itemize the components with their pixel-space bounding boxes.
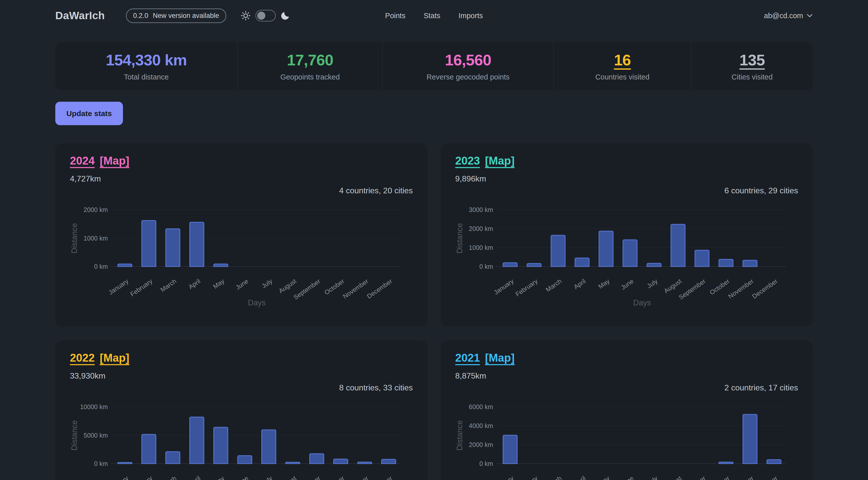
version-badge[interactable]: 0.2.0 New version available — [126, 8, 226, 23]
svg-text:Distance: Distance — [455, 420, 464, 451]
stat-countries-visited: 16 Countries visited — [553, 42, 691, 90]
svg-text:2000 km: 2000 km — [469, 225, 493, 232]
countries-visited-link[interactable]: 16 — [614, 51, 631, 69]
svg-text:January: January — [492, 277, 515, 296]
svg-text:November: November — [727, 475, 755, 480]
svg-text:3000 km: 3000 km — [469, 206, 493, 213]
svg-text:July: July — [646, 277, 659, 290]
map-link[interactable]: [Map] — [100, 352, 129, 364]
stat-label: Reverse geocoded points — [427, 73, 509, 81]
theme-toggle-group — [240, 10, 290, 22]
svg-text:1000 km: 1000 km — [469, 244, 493, 251]
year-countries-cities: 6 countries, 29 cities — [455, 186, 798, 195]
year-link[interactable]: 2022 — [70, 352, 95, 364]
card-head: 2022 [Map] — [70, 352, 413, 364]
stat-reverse-geocoded: 16,560 Reverse geocoded points — [382, 42, 553, 90]
map-link[interactable]: [Map] — [100, 155, 129, 167]
nav-item-points[interactable]: Points — [385, 11, 405, 20]
year-total-distance: 33,930km — [70, 371, 413, 381]
cities-visited-link[interactable]: 135 — [740, 51, 765, 69]
svg-text:April: April — [187, 277, 202, 290]
svg-text:February: February — [514, 277, 539, 298]
svg-text:December: December — [366, 277, 394, 300]
svg-text:2000 km: 2000 km — [84, 206, 108, 213]
svg-text:December: December — [751, 475, 779, 480]
stat-geopoints-tracked: 17,760 Geopoints tracked — [237, 42, 382, 90]
version-message: New version available — [153, 12, 219, 20]
year-total-distance: 8,875km — [455, 371, 798, 381]
stat-label: Total distance — [124, 73, 169, 81]
distance-bar-chart-2021: 0 km2000 km4000 km6000 kmJanuaryFebruary… — [455, 398, 787, 480]
svg-text:May: May — [597, 475, 611, 480]
year-total-distance: 9,896km — [455, 174, 798, 184]
svg-text:October: October — [323, 277, 345, 296]
nav-item-imports[interactable]: Imports — [459, 11, 483, 20]
svg-text:Days: Days — [633, 298, 651, 307]
svg-text:6000 km: 6000 km — [469, 403, 493, 410]
svg-text:July: July — [646, 475, 659, 480]
svg-text:Distance: Distance — [70, 223, 79, 254]
svg-text:Distance: Distance — [455, 223, 464, 254]
svg-text:September: September — [677, 277, 707, 301]
svg-text:July: July — [260, 475, 274, 480]
stat-value: 16,560 — [445, 51, 491, 69]
svg-text:Distance: Distance — [70, 420, 79, 451]
svg-text:February: February — [129, 277, 154, 298]
svg-text:March: March — [544, 475, 563, 480]
nav-item-stats[interactable]: Stats — [424, 11, 440, 20]
svg-text:January: January — [107, 475, 129, 480]
svg-text:April: April — [187, 475, 202, 480]
svg-text:December: December — [751, 277, 779, 300]
sun-icon — [240, 10, 251, 21]
svg-text:July: July — [260, 277, 274, 290]
theme-toggle-knob — [257, 11, 265, 20]
year-link[interactable]: 2021 — [455, 352, 480, 364]
card-head: 2021 [Map] — [455, 352, 798, 364]
svg-text:September: September — [292, 277, 321, 301]
stat-cities-visited: 135 Cities visited — [691, 42, 813, 90]
update-stats-button[interactable]: Update stats — [55, 102, 123, 125]
app-header: DaWarIch 0.2.0 New version available — [55, 0, 813, 31]
svg-text:May: May — [212, 475, 226, 480]
main-nav: Points Stats Imports — [385, 11, 483, 20]
svg-text:1000 km: 1000 km — [84, 235, 108, 242]
year-countries-cities: 2 countries, 17 cities — [455, 383, 798, 392]
svg-text:5000 km: 5000 km — [84, 432, 108, 439]
svg-text:0 km: 0 km — [479, 460, 493, 467]
year-countries-cities: 4 countries, 20 cities — [70, 186, 413, 195]
map-link[interactable]: [Map] — [485, 155, 515, 167]
distance-bar-chart-2022: 0 km5000 km10000 kmJanuaryFebruaryMarchA… — [70, 398, 402, 480]
svg-text:October: October — [323, 475, 345, 480]
svg-text:November: November — [342, 277, 370, 300]
svg-text:4000 km: 4000 km — [469, 422, 493, 429]
svg-text:0 km: 0 km — [479, 263, 493, 270]
year-card-2023: 2023 [Map] 9,896km 6 countries, 29 citie… — [440, 143, 813, 326]
year-link[interactable]: 2023 — [455, 155, 480, 167]
app-logo[interactable]: DaWarIch — [55, 9, 105, 22]
year-link[interactable]: 2024 — [70, 155, 95, 167]
svg-text:10000 km: 10000 km — [80, 403, 108, 410]
svg-text:February: February — [129, 475, 154, 480]
stat-label: Countries visited — [595, 73, 649, 81]
user-email: ab@cd.com — [764, 11, 803, 20]
version-number: 0.2.0 — [133, 12, 148, 20]
stat-label: Geopoints tracked — [280, 73, 340, 81]
svg-text:March: March — [544, 277, 563, 293]
svg-text:February: February — [514, 475, 539, 480]
svg-text:June: June — [620, 277, 635, 291]
moon-icon — [280, 10, 290, 21]
card-head: 2024 [Map] — [70, 155, 413, 167]
user-menu[interactable]: ab@cd.com — [764, 11, 813, 20]
svg-text:October: October — [708, 277, 731, 296]
svg-text:April: April — [572, 277, 587, 290]
svg-text:December: December — [366, 475, 394, 480]
stat-value: 154,330 km — [106, 51, 187, 69]
svg-text:January: January — [107, 277, 129, 296]
theme-toggle[interactable] — [255, 10, 276, 22]
svg-text:2000 km: 2000 km — [469, 441, 493, 448]
year-countries-cities: 8 countries, 33 cities — [70, 383, 413, 392]
svg-text:March: March — [159, 475, 178, 480]
year-total-distance: 4,727km — [70, 174, 413, 184]
stat-label: Cities visited — [732, 73, 773, 81]
map-link[interactable]: [Map] — [485, 352, 515, 364]
